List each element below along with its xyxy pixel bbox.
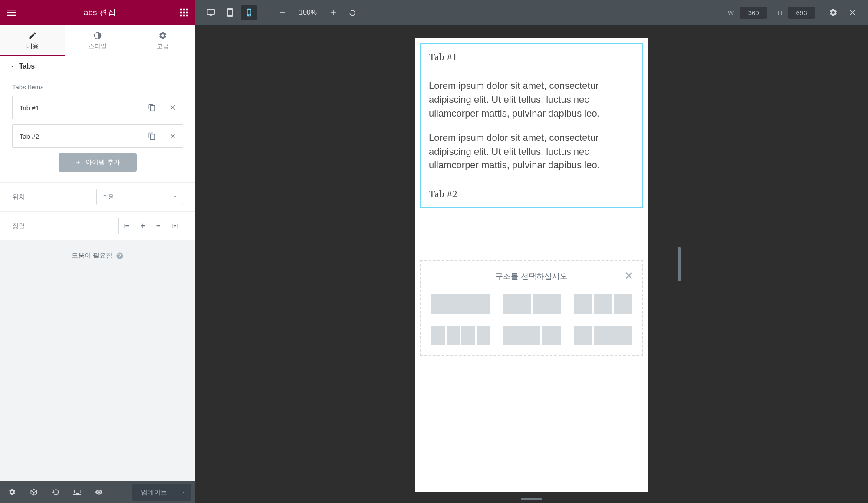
responsive-icon[interactable]: [69, 484, 85, 500]
tab-advanced[interactable]: 고급: [130, 25, 195, 56]
tab-style-label: 스타일: [89, 42, 107, 50]
align-control: 정렬: [0, 211, 195, 240]
add-item-button[interactable]: 아이템 추가: [59, 153, 137, 172]
section-title: Tabs: [19, 62, 35, 70]
device-preview[interactable]: Tab #1 Lorem ipsum dolor sit amet, conse…: [415, 38, 648, 492]
tabs-nav: 내용 스타일 고급: [0, 25, 195, 56]
zoom-in-icon[interactable]: [326, 5, 341, 20]
tabs-widget[interactable]: Tab #1 Lorem ipsum dolor sit amet, conse…: [420, 43, 643, 208]
separator: [266, 7, 266, 18]
menu-icon[interactable]: [5, 7, 17, 19]
tab-2-title[interactable]: Tab #2: [421, 181, 642, 207]
panel-content: Tabs Tabs Items Tab #1 Tab #2: [0, 56, 195, 481]
structure-title: 구조를 선택하십시오: [431, 271, 632, 281]
history-icon[interactable]: [48, 484, 63, 500]
position-select[interactable]: 수평: [96, 189, 183, 205]
editor-panel: Tabs 편집 내용 스타일 고급 Tabs Tabs Items Tab #1: [0, 0, 195, 503]
navigator-icon[interactable]: [26, 484, 42, 500]
update-dropdown-icon[interactable]: [176, 484, 191, 500]
zoom-out-icon[interactable]: [275, 5, 290, 20]
tab-advanced-label: 고급: [157, 42, 169, 50]
height-label: H: [777, 9, 782, 16]
position-label: 위치: [12, 193, 25, 201]
zoom-label: 100%: [299, 9, 317, 16]
resize-handle-right[interactable]: [678, 247, 681, 281]
update-button[interactable]: 업데이트: [132, 484, 176, 501]
reset-zoom-icon[interactable]: [345, 5, 360, 20]
help-label: 도움이 필요함: [72, 252, 112, 260]
settings-icon[interactable]: [825, 5, 841, 20]
main-area: 100% W H Tab #1 Lorem ipsum dolor sit am…: [195, 0, 868, 503]
tab-content-p2: Lorem ipsum dolor sit amet, consectetur …: [429, 131, 635, 173]
tablet-icon[interactable]: [222, 5, 238, 20]
items-label: Tabs Items: [12, 83, 183, 91]
structure-2col[interactable]: [503, 294, 561, 314]
update-button-group: 업데이트: [132, 484, 191, 501]
close-icon[interactable]: ✕: [624, 269, 634, 283]
align-group: [118, 218, 183, 234]
settings-icon[interactable]: [4, 484, 20, 500]
item-label[interactable]: Tab #2: [13, 125, 141, 147]
panel-header: Tabs 편집: [0, 0, 195, 25]
panel-title: Tabs 편집: [17, 7, 178, 18]
tab-style[interactable]: 스타일: [65, 25, 130, 56]
mobile-icon[interactable]: [241, 5, 257, 20]
structure-picker: ✕ 구조를 선택하십시오: [420, 260, 643, 356]
structure-3col[interactable]: [574, 294, 632, 314]
section-body: Tabs Items Tab #1 Tab #2: [0, 76, 195, 182]
remove-icon[interactable]: [162, 96, 183, 119]
desktop-icon[interactable]: [203, 5, 219, 20]
duplicate-icon[interactable]: [141, 96, 162, 119]
tab-content-label: 내용: [26, 42, 39, 50]
help-link[interactable]: 도움이 필요함: [0, 240, 195, 271]
structure-right-wide[interactable]: [574, 326, 632, 345]
add-item-label: 아이템 추가: [85, 158, 120, 167]
remove-icon[interactable]: [162, 125, 183, 147]
tab-1-title[interactable]: Tab #1: [421, 44, 642, 70]
tab-content-p1: Lorem ipsum dolor sit amet, consectetur …: [429, 79, 635, 121]
align-center-button[interactable]: [135, 218, 151, 234]
tabs-item-row: Tab #2: [12, 124, 183, 148]
structure-left-wide[interactable]: [503, 326, 561, 345]
item-label[interactable]: Tab #1: [13, 96, 141, 119]
device-content: Tab #1 Lorem ipsum dolor sit amet, conse…: [415, 38, 648, 361]
position-control: 위치 수평: [0, 182, 195, 211]
structure-grid: [431, 294, 632, 345]
preview-icon[interactable]: [91, 484, 107, 500]
align-justify-button[interactable]: [167, 218, 183, 234]
panel-footer: 업데이트: [0, 481, 195, 503]
close-icon[interactable]: [845, 5, 860, 20]
align-start-button[interactable]: [118, 218, 135, 234]
widgets-icon[interactable]: [178, 7, 190, 19]
width-input[interactable]: [740, 7, 767, 19]
position-value: 수평: [102, 193, 114, 201]
top-toolbar: 100% W H: [195, 0, 868, 25]
structure-1col[interactable]: [431, 294, 490, 314]
section-tabs-header[interactable]: Tabs: [0, 56, 195, 76]
structure-4col[interactable]: [431, 326, 490, 345]
duplicate-icon[interactable]: [141, 125, 162, 147]
align-end-button[interactable]: [151, 218, 167, 234]
align-label: 정렬: [12, 222, 25, 230]
height-input[interactable]: [788, 7, 815, 19]
resize-handle-bottom[interactable]: [521, 498, 542, 500]
tab-content[interactable]: 내용: [0, 25, 65, 56]
canvas: Tab #1 Lorem ipsum dolor sit amet, conse…: [195, 25, 868, 503]
tab-1-content: Lorem ipsum dolor sit amet, consectetur …: [421, 70, 642, 181]
width-label: W: [728, 9, 734, 16]
tabs-item-row: Tab #1: [12, 96, 183, 119]
